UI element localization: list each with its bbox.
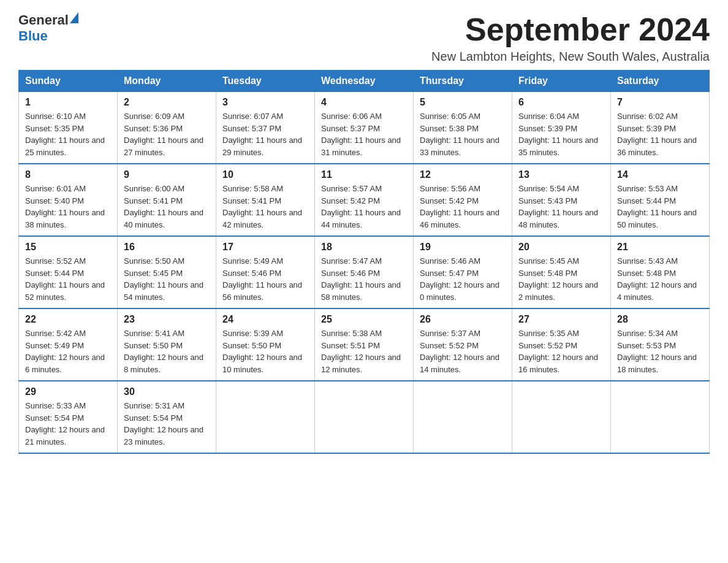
calendar-table: SundayMondayTuesdayWednesdayThursdayFrid… <box>18 70 710 454</box>
day-cell: 12 Sunrise: 5:56 AMSunset: 5:42 PMDaylig… <box>414 164 512 236</box>
logo-general-text: General <box>18 12 69 28</box>
day-info: Sunrise: 5:31 AMSunset: 5:54 PMDaylight:… <box>124 401 203 446</box>
day-cell: 9 Sunrise: 6:00 AMSunset: 5:41 PMDayligh… <box>118 164 216 236</box>
day-cell: 16 Sunrise: 5:50 AMSunset: 5:45 PMDaylig… <box>118 236 216 308</box>
day-cell: 3 Sunrise: 6:07 AMSunset: 5:37 PMDayligh… <box>216 92 315 164</box>
day-number: 23 <box>124 314 210 325</box>
day-number: 8 <box>25 169 111 180</box>
day-info: Sunrise: 5:57 AMSunset: 5:42 PMDaylight:… <box>321 184 401 229</box>
logo-blue-text: Blue <box>18 28 48 44</box>
day-number: 5 <box>420 97 506 108</box>
day-info: Sunrise: 5:33 AMSunset: 5:54 PMDaylight:… <box>25 401 105 446</box>
day-cell: 13 Sunrise: 5:54 AMSunset: 5:43 PMDaylig… <box>512 164 611 236</box>
day-info: Sunrise: 5:37 AMSunset: 5:52 PMDaylight:… <box>420 329 499 374</box>
day-info: Sunrise: 6:05 AMSunset: 5:38 PMDaylight:… <box>420 112 499 157</box>
day-number: 17 <box>222 242 308 253</box>
day-number: 13 <box>518 169 604 180</box>
day-cell: 18 Sunrise: 5:47 AMSunset: 5:46 PMDaylig… <box>315 236 414 308</box>
day-number: 24 <box>222 314 308 325</box>
day-number: 27 <box>518 314 604 325</box>
day-number: 15 <box>25 242 111 253</box>
day-cell: 25 Sunrise: 5:38 AMSunset: 5:51 PMDaylig… <box>315 308 414 381</box>
header-cell-sunday: Sunday <box>19 71 118 92</box>
day-cell: 30 Sunrise: 5:31 AMSunset: 5:54 PMDaylig… <box>118 381 216 453</box>
day-cell: 14 Sunrise: 5:53 AMSunset: 5:44 PMDaylig… <box>611 164 710 236</box>
location-title: New Lambton Heights, New South Wales, Au… <box>431 50 710 64</box>
day-number: 2 <box>124 97 210 108</box>
day-number: 22 <box>25 314 111 325</box>
day-info: Sunrise: 5:34 AMSunset: 5:53 PMDaylight:… <box>617 329 697 374</box>
title-section: September 2024 New Lambton Heights, New … <box>431 12 710 64</box>
day-cell: 29 Sunrise: 5:33 AMSunset: 5:54 PMDaylig… <box>19 381 118 453</box>
day-cell <box>414 381 512 453</box>
page-header: General Blue September 2024 New Lambton … <box>18 12 710 64</box>
day-cell: 22 Sunrise: 5:42 AMSunset: 5:49 PMDaylig… <box>19 308 118 381</box>
month-title: September 2024 <box>431 12 710 47</box>
day-number: 19 <box>420 242 506 253</box>
day-info: Sunrise: 5:45 AMSunset: 5:48 PMDaylight:… <box>518 256 598 302</box>
day-info: Sunrise: 5:49 AMSunset: 5:46 PMDaylight:… <box>222 256 302 302</box>
day-cell: 26 Sunrise: 5:37 AMSunset: 5:52 PMDaylig… <box>414 308 512 381</box>
day-number: 25 <box>321 314 407 325</box>
day-number: 14 <box>617 169 703 180</box>
day-cell: 4 Sunrise: 6:06 AMSunset: 5:37 PMDayligh… <box>315 92 414 164</box>
day-cell: 19 Sunrise: 5:46 AMSunset: 5:47 PMDaylig… <box>414 236 512 308</box>
day-number: 11 <box>321 169 407 180</box>
day-cell: 15 Sunrise: 5:52 AMSunset: 5:44 PMDaylig… <box>19 236 118 308</box>
day-info: Sunrise: 6:02 AMSunset: 5:39 PMDaylight:… <box>617 112 697 157</box>
day-number: 4 <box>321 97 407 108</box>
day-cell <box>216 381 315 453</box>
day-info: Sunrise: 5:47 AMSunset: 5:46 PMDaylight:… <box>321 256 401 302</box>
day-number: 7 <box>617 97 703 108</box>
logo-triangle-icon <box>70 12 78 23</box>
day-number: 30 <box>124 386 210 397</box>
logo: General Blue <box>18 12 78 44</box>
day-number: 1 <box>25 97 111 108</box>
day-info: Sunrise: 6:09 AMSunset: 5:36 PMDaylight:… <box>124 112 203 157</box>
day-number: 26 <box>420 314 506 325</box>
day-cell: 23 Sunrise: 5:41 AMSunset: 5:50 PMDaylig… <box>118 308 216 381</box>
day-info: Sunrise: 5:50 AMSunset: 5:45 PMDaylight:… <box>124 256 203 302</box>
header-cell-monday: Monday <box>118 71 216 92</box>
day-cell <box>611 381 710 453</box>
calendar-header: SundayMondayTuesdayWednesdayThursdayFrid… <box>19 71 710 92</box>
day-number: 12 <box>420 169 506 180</box>
header-cell-thursday: Thursday <box>414 71 512 92</box>
day-number: 9 <box>124 169 210 180</box>
day-info: Sunrise: 6:01 AMSunset: 5:40 PMDaylight:… <box>25 184 105 229</box>
day-cell: 5 Sunrise: 6:05 AMSunset: 5:38 PMDayligh… <box>414 92 512 164</box>
week-row-1: 1 Sunrise: 6:10 AMSunset: 5:35 PMDayligh… <box>19 92 710 164</box>
day-cell: 8 Sunrise: 6:01 AMSunset: 5:40 PMDayligh… <box>19 164 118 236</box>
day-info: Sunrise: 6:04 AMSunset: 5:39 PMDaylight:… <box>518 112 598 157</box>
day-cell: 7 Sunrise: 6:02 AMSunset: 5:39 PMDayligh… <box>611 92 710 164</box>
week-row-4: 22 Sunrise: 5:42 AMSunset: 5:49 PMDaylig… <box>19 308 710 381</box>
day-cell: 20 Sunrise: 5:45 AMSunset: 5:48 PMDaylig… <box>512 236 611 308</box>
day-cell <box>512 381 611 453</box>
day-number: 16 <box>124 242 210 253</box>
day-number: 10 <box>222 169 308 180</box>
day-cell: 27 Sunrise: 5:35 AMSunset: 5:52 PMDaylig… <box>512 308 611 381</box>
day-info: Sunrise: 5:58 AMSunset: 5:41 PMDaylight:… <box>222 184 302 229</box>
week-row-3: 15 Sunrise: 5:52 AMSunset: 5:44 PMDaylig… <box>19 236 710 308</box>
day-cell: 6 Sunrise: 6:04 AMSunset: 5:39 PMDayligh… <box>512 92 611 164</box>
day-cell: 17 Sunrise: 5:49 AMSunset: 5:46 PMDaylig… <box>216 236 315 308</box>
day-number: 18 <box>321 242 407 253</box>
day-info: Sunrise: 5:52 AMSunset: 5:44 PMDaylight:… <box>25 256 105 302</box>
day-cell: 24 Sunrise: 5:39 AMSunset: 5:50 PMDaylig… <box>216 308 315 381</box>
day-info: Sunrise: 5:39 AMSunset: 5:50 PMDaylight:… <box>222 329 302 374</box>
header-cell-wednesday: Wednesday <box>315 71 414 92</box>
day-number: 21 <box>617 242 703 253</box>
day-info: Sunrise: 6:07 AMSunset: 5:37 PMDaylight:… <box>222 112 302 157</box>
day-info: Sunrise: 5:42 AMSunset: 5:49 PMDaylight:… <box>25 329 105 374</box>
day-info: Sunrise: 5:56 AMSunset: 5:42 PMDaylight:… <box>420 184 499 229</box>
calendar-body: 1 Sunrise: 6:10 AMSunset: 5:35 PMDayligh… <box>19 92 710 454</box>
day-cell: 1 Sunrise: 6:10 AMSunset: 5:35 PMDayligh… <box>19 92 118 164</box>
day-info: Sunrise: 6:06 AMSunset: 5:37 PMDaylight:… <box>321 112 401 157</box>
header-cell-tuesday: Tuesday <box>216 71 315 92</box>
header-row: SundayMondayTuesdayWednesdayThursdayFrid… <box>19 71 710 92</box>
day-info: Sunrise: 5:38 AMSunset: 5:51 PMDaylight:… <box>321 329 401 374</box>
day-info: Sunrise: 5:43 AMSunset: 5:48 PMDaylight:… <box>617 256 697 302</box>
day-cell: 11 Sunrise: 5:57 AMSunset: 5:42 PMDaylig… <box>315 164 414 236</box>
week-row-2: 8 Sunrise: 6:01 AMSunset: 5:40 PMDayligh… <box>19 164 710 236</box>
day-cell: 21 Sunrise: 5:43 AMSunset: 5:48 PMDaylig… <box>611 236 710 308</box>
